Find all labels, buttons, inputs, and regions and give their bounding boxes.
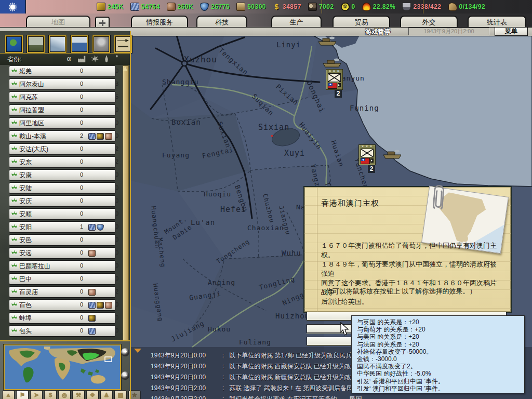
resource-bar: 245K54764260K2677550300$348577002☢022.82… [0,0,532,14]
province-row[interactable]: 百灵庙02 [9,286,116,298]
log-timestamp: 1943年9月20日2:00 [151,395,217,399]
land-units-mode-button[interactable] [27,35,45,53]
scroll-up-arrow[interactable] [123,66,127,71]
tab-technology[interactable]: 科技 [196,16,247,28]
goods-mode-button[interactable]: ▣ [114,390,127,399]
sort-battle-icon[interactable] [91,55,99,62]
tab-diplomacy[interactable]: 外交 [400,16,458,28]
minimap[interactable] [4,344,121,390]
revolt-mode-button[interactable]: ♟ [100,390,113,399]
log-entry: 1943年9月20日2:00:我们当然会提出要求 在牢记不平等条约——民国 [151,395,365,399]
tab-map[interactable]: 地图 [26,16,90,28]
province-scrollbar[interactable] [123,65,129,361]
province-value-2: 0 [111,119,123,126]
naval-units-mode-button[interactable] [71,35,88,53]
log-timestamp: 1943年9月20日0:00 [151,373,217,382]
province-value-1: 2 [76,132,87,139]
tab-intelligence[interactable]: 情报服务 [131,16,188,28]
province-row[interactable]: 阿里地区00 [9,117,116,129]
region-mode-button[interactable]: ➤ [30,390,43,399]
nuke-icon: ☢ [341,3,350,11]
terrain-mode-button[interactable]: ▲ [2,390,15,399]
unit-list-mode-button[interactable] [114,35,132,53]
army-counter[interactable]: × × × [326,69,343,90]
province-row[interactable]: 安邑00 [9,234,116,246]
province-row[interactable]: 阿尔泰山03 [9,78,116,90]
province-name: 鞍山-本溪 [19,132,46,141]
tab-statistics[interactable]: 统计表 [468,16,526,28]
province-name: 安庆 [19,197,32,206]
province-row[interactable]: 安东02 [9,156,116,168]
event-body-line: １８４９年，葡萄牙要求澳门从中国独立，懦弱的清政府被强迫 [321,260,503,278]
political-mode-button[interactable]: ⚑ [16,390,29,399]
supplies-value: 50300 [247,3,266,10]
province-icon [11,94,17,100]
province-row[interactable]: 阿拉善盟00 [9,104,116,116]
tooltip-effect-line: 国民不满度改变了2。 [357,363,524,370]
province-row[interactable]: 安庆00 [9,195,116,207]
province-row[interactable]: 安康00 [9,169,116,181]
map-label: Boxian [171,118,201,126]
map-label: Anqing [208,278,235,286]
strength-indicator [338,83,341,87]
province-value-1: 0 [76,314,87,321]
province-row[interactable]: 鞍山-本溪20 [9,130,116,142]
sort-alpha-icon[interactable] [65,55,73,62]
energy-deposit-icon [97,133,104,140]
sort-industry-icon[interactable] [78,55,86,62]
corps-size-marker: × × × [359,144,375,148]
map-label: Xuyi [284,149,305,158]
tab-production[interactable]: 生产 [271,16,322,28]
army-count-badge: 2 [368,165,375,173]
province-icon [11,120,17,126]
log-entry: 1943年9月20日0:00:以下单位的附属 新疆保安总队 已经升级为改良 [151,373,365,382]
province-row[interactable]: 安远00 [9,247,116,259]
province-row[interactable]: 安陆00 [9,182,116,194]
minimap-zoom-out-button[interactable]: − [121,371,129,380]
nuclear-mode-button[interactable] [92,35,110,53]
log-entries: 1943年9月20日0:00:以下单位的附属 第17师 已经升级为改良民兵师19… [151,351,365,399]
log-text: 以下单位的附属 新疆保安总队 已经升级为改良 [229,374,357,381]
air-units-mode-button[interactable] [49,35,66,53]
supply-mode-button[interactable]: ◎ [58,390,71,399]
province-name: 安东 [19,158,32,167]
province-value-2: 0 [111,197,123,204]
sort-manpower-icon[interactable] [114,55,119,62]
province-row[interactable]: 巴中00 [9,273,116,285]
tab-trade[interactable]: 贸易 [332,16,390,28]
europe-map-mode-button[interactable] [5,35,23,53]
province-row[interactable]: 蚌埠00 [9,312,116,324]
economy-mode-button[interactable]: $ [44,390,57,399]
army-counter[interactable]: × × × [358,144,376,165]
province-row[interactable]: 百色00 [9,299,116,311]
paper-margin-line [317,187,317,312]
minimap-zoom-in-button[interactable]: + [121,348,129,356]
tab-diplomacy-label: 外交 [422,18,436,27]
tab-map-label: 地图 [51,18,65,27]
province-row[interactable]: 婼羌00 [9,65,116,77]
province-row[interactable]: 巴颜喀拉山00 [9,260,116,272]
province-value-1: 0 [76,288,87,295]
sort-resources-icon[interactable] [104,55,109,62]
map-label: Sixian [258,123,289,132]
province-row[interactable]: 安顺00 [9,208,116,220]
province-label: 省份: [7,55,21,64]
transport-ship[interactable] [323,59,341,68]
province-row[interactable]: 安阳10 [9,221,116,233]
province-value-1: 0 [76,197,87,204]
province-row[interactable]: 阿克苏05 [9,91,116,103]
province-icon [11,68,17,74]
menu-button[interactable]: 菜单 [495,27,528,36]
metal-value: 54764 [141,3,160,10]
event-body-line: １６７０年澳门被租借给了葡萄牙，但中国仍享有对澳门主权。 [321,241,503,260]
sidebar-map-divider [130,31,131,399]
province-row[interactable]: 包头00 [9,325,116,337]
province-icon [11,146,17,152]
province-row[interactable]: 安达(大庆)02 [9,143,116,155]
resources-mode-button[interactable]: ❖ [86,390,99,399]
military-mode-button[interactable]: ⚒ [72,390,85,399]
province-resource-icons [88,315,96,322]
log-separator: : [217,395,229,399]
log-collapse-arrow[interactable] [134,349,141,353]
rare-icon [167,3,176,11]
